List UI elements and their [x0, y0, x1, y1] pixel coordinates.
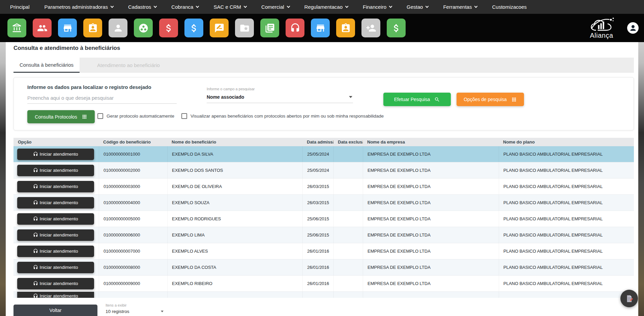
dollar-icon[interactable]: [159, 19, 178, 37]
search-section-title: Informe os dados para localizar o regist…: [27, 84, 151, 90]
table-row[interactable]: Iniciar atendimento 010000000003000 EXEM…: [13, 179, 634, 195]
group-work-icon[interactable]: [134, 19, 153, 37]
brand-area: Aliança: [585, 14, 639, 42]
headset-icon: [33, 281, 38, 286]
badge-icon[interactable]: [83, 19, 102, 37]
top-menubar: Principal Parametros administradoras Cad…: [0, 0, 644, 14]
library-books-icon[interactable]: [260, 19, 279, 37]
store-icon[interactable]: [311, 19, 330, 37]
notes-fab-button[interactable]: [620, 290, 638, 307]
account-icon[interactable]: [627, 22, 639, 34]
bank-icon[interactable]: [7, 19, 26, 37]
store-icon[interactable]: [58, 19, 77, 37]
chevron-down-icon: [474, 4, 478, 8]
search-field-label: Informe o campo a pesquisar: [207, 87, 353, 91]
iniciar-atendimento-button[interactable]: Iniciar atendimento: [17, 262, 94, 273]
search-field-value: Nome associado: [207, 94, 244, 100]
menu-item-parametros-administradoras[interactable]: Parametros administradoras: [37, 0, 121, 14]
table-row[interactable]: Iniciar atendimento 010000000009000 EXEM…: [13, 276, 634, 292]
consulta-protocolos-button[interactable]: Consulta Protocolos: [27, 110, 95, 123]
dollar-icon[interactable]: [184, 19, 203, 37]
iniciar-atendimento-button[interactable]: Iniciar atendimento: [17, 292, 94, 298]
menu-item-regulamentacao[interactable]: Regulamentacao: [297, 0, 355, 14]
checkbox-icon: [181, 113, 187, 119]
grid-icon: [82, 114, 87, 120]
headset-icon: [33, 249, 38, 254]
table-row[interactable]: Iniciar atendimento 010000000002000 EXEM…: [13, 162, 634, 179]
chevron-down-icon: [154, 4, 157, 8]
headset-icon: [33, 184, 38, 189]
iniciar-atendimento-button[interactable]: Iniciar atendimento: [17, 149, 94, 160]
iniciar-atendimento-button[interactable]: Iniciar atendimento: [17, 229, 94, 241]
chevron-down-icon: [426, 4, 429, 8]
badge-icon[interactable]: [336, 19, 355, 37]
brand-name: Aliança: [590, 32, 613, 39]
table-row[interactable]: Iniciar atendimento 010000000001000 EXEM…: [13, 146, 634, 162]
checkbox-gerar-protocolo[interactable]: Gerar protocolo automaticamente: [97, 113, 174, 119]
headset-icon[interactable]: [286, 19, 304, 37]
opcoes-de-pesquisa-button[interactable]: Opções de pesquisa: [457, 93, 524, 106]
iniciar-atendimento-button[interactable]: Iniciar atendimento: [17, 278, 94, 289]
icon-toolbar: Aliança: [0, 14, 644, 42]
chevron-down-icon: [345, 4, 349, 8]
iniciar-atendimento-button[interactable]: Iniciar atendimento: [17, 246, 94, 257]
menu-item-sac-e-crm[interactable]: SAC e CRM: [206, 0, 254, 14]
voltar-button[interactable]: Voltar: [13, 305, 97, 316]
search-icon: [434, 97, 440, 102]
headset-icon: [33, 152, 38, 157]
tab-atendimento-beneficiario[interactable]: Atendimento ao beneficiário: [80, 58, 177, 73]
menu-item-ferramentas[interactable]: Ferramentas: [436, 0, 485, 14]
headset-icon: [33, 232, 38, 238]
headset-icon: [33, 293, 38, 298]
menu-item-financeiro[interactable]: Financeiro: [355, 0, 399, 14]
table-row[interactable]: Iniciar atendimento 010000000005000 EXEM…: [13, 211, 634, 227]
table-row[interactable]: Iniciar atendimento 010000000004000 EXEM…: [13, 195, 634, 211]
search-card: Informe os dados para localizar o regist…: [13, 77, 634, 130]
headset-icon: [33, 265, 38, 270]
page-title: Consulta e atendimento à beneficiários: [13, 45, 120, 52]
caret-down-icon: [349, 96, 352, 98]
menu-item-gestao[interactable]: Gestao: [399, 0, 436, 14]
headset-icon: [33, 200, 38, 205]
menu-item-customizacoes[interactable]: Customizacoes: [485, 0, 534, 14]
rate-review-icon[interactable]: [210, 19, 229, 37]
chevron-down-icon: [111, 4, 114, 8]
efetuar-pesquisa-button[interactable]: Efetuar Pesquisa: [383, 93, 451, 106]
dollar-icon[interactable]: [387, 19, 406, 37]
screen: Principal Parametros administradoras Cad…: [0, 0, 644, 316]
person-icon[interactable]: [109, 19, 127, 37]
menu-item-cadastros[interactable]: Cadastros: [121, 0, 164, 14]
iniciar-atendimento-button[interactable]: Iniciar atendimento: [17, 165, 94, 176]
tab-consulta-beneficiarios[interactable]: Consulta à beneficiários: [13, 58, 80, 73]
table-row-partial[interactable]: Iniciar atendimento: [13, 292, 634, 298]
iniciar-atendimento-button[interactable]: Iniciar atendimento: [17, 181, 94, 192]
folder-star-icon[interactable]: [235, 19, 254, 37]
table-row[interactable]: Iniciar atendimento 010000000006000 EXEM…: [13, 227, 634, 243]
search-input[interactable]: [27, 92, 177, 104]
menu-item-comercial[interactable]: Comercial: [254, 0, 297, 14]
alianca-logo: Aliança: [585, 17, 618, 39]
table-header: Opção Código do beneficiário Nome do ben…: [13, 138, 634, 146]
iniciar-atendimento-button[interactable]: Iniciar atendimento: [17, 197, 94, 209]
headset-icon: [33, 216, 38, 221]
person-add-icon[interactable]: [361, 19, 380, 37]
document-pencil-icon: [625, 294, 634, 303]
grid-icon: [511, 97, 517, 102]
items-per-page-select[interactable]: Itens a exibir 10 registros: [106, 303, 164, 314]
checkbox-visualizar-apenas[interactable]: Visualizar apenas beneficiários com prot…: [181, 113, 384, 119]
caret-down-icon: [161, 311, 164, 312]
footer: Voltar Itens a exibir 10 registros: [6, 298, 638, 316]
headset-icon: [33, 168, 38, 173]
menu-item-cobranca[interactable]: Cobranca: [164, 0, 206, 14]
table-row[interactable]: Iniciar atendimento 010000000007000 EXEM…: [13, 243, 634, 259]
people-icon[interactable]: [33, 19, 52, 37]
menu-item-principal[interactable]: Principal: [3, 0, 37, 14]
chevron-down-icon: [196, 4, 199, 8]
tabstrip: Consulta à beneficiários Atendimento ao …: [13, 58, 634, 73]
table-row[interactable]: Iniciar atendimento 010000000008000 EXEM…: [13, 259, 634, 276]
checkbox-icon: [97, 113, 103, 119]
chevron-down-icon: [287, 4, 290, 8]
iniciar-atendimento-button[interactable]: Iniciar atendimento: [17, 213, 94, 225]
chevron-down-icon: [389, 4, 392, 8]
search-field-select[interactable]: Informe o campo a pesquisar Nome associa…: [207, 87, 353, 103]
